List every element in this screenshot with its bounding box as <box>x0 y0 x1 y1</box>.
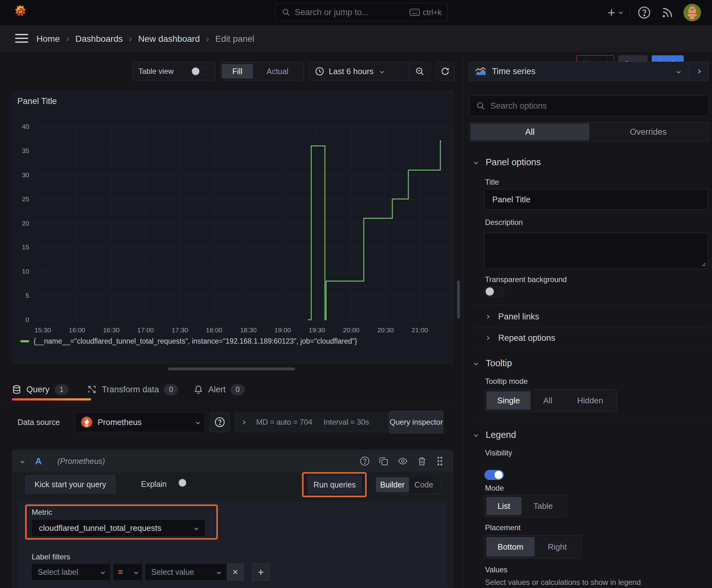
delete-query-icon[interactable] <box>417 456 427 466</box>
user-avatar[interactable] <box>684 4 701 21</box>
tooltip-single-option[interactable]: Single <box>487 391 531 410</box>
builder-option[interactable]: Builder <box>376 477 409 492</box>
tooltip-all-option[interactable]: All <box>531 391 565 410</box>
svg-text:19:30: 19:30 <box>308 327 325 334</box>
tooltip-hidden-option[interactable]: Hidden <box>565 391 615 410</box>
query-inspector-button[interactable]: Query inspector <box>389 411 443 434</box>
visualization-picker[interactable]: Time series <box>468 62 709 81</box>
resize-drag-handle[interactable] <box>168 368 295 370</box>
news-rss-icon[interactable] <box>661 6 674 19</box>
metric-value: cloudflared_tunnel_total_requests <box>39 523 161 533</box>
code-option[interactable]: Code <box>409 477 438 492</box>
svg-text:10: 10 <box>22 268 29 275</box>
legend-right-option[interactable]: Right <box>535 537 580 556</box>
legend-header[interactable]: Legend <box>475 430 516 440</box>
transform-icon <box>87 385 97 394</box>
datasource-picker[interactable]: Prometheus <box>75 412 205 432</box>
breadcrumb-dashboards[interactable]: Dashboards <box>75 34 123 44</box>
panel-title-input[interactable] <box>484 189 708 210</box>
help-icon[interactable] <box>638 6 651 19</box>
table-view-toggle[interactable] <box>191 67 209 76</box>
time-range-picker[interactable]: Last 6 hours <box>309 67 409 76</box>
drag-handle-icon[interactable] <box>436 456 444 466</box>
global-search[interactable]: ctrl+k <box>275 3 448 21</box>
legend-visibility-toggle[interactable] <box>484 470 504 480</box>
panel-links-section[interactable]: Panel links <box>486 308 539 326</box>
time-series-chart[interactable]: 051015202530354015:3016:0016:3017:0017:3… <box>12 91 453 343</box>
explain-toggle[interactable] <box>177 478 195 487</box>
legend-table-option[interactable]: Table <box>521 497 565 515</box>
breadcrumb-home[interactable]: Home <box>37 34 60 44</box>
tab-alert[interactable]: Alert 0 <box>188 384 251 395</box>
bell-icon <box>194 385 203 394</box>
expand-viz-pane-button[interactable] <box>688 62 709 81</box>
add-icon[interactable]: + <box>608 6 615 19</box>
svg-text:25: 25 <box>22 195 29 203</box>
zoom-out-icon <box>415 67 425 76</box>
grafana-logo[interactable] <box>11 4 28 21</box>
query-ref-id[interactable]: A <box>35 456 42 466</box>
query-editor-body: Metric cloudflared_tunnel_total_requests… <box>18 502 447 588</box>
repeat-options-section[interactable]: Repeat options <box>486 329 555 347</box>
run-queries-button[interactable]: Run queries <box>308 476 361 493</box>
search-shortcut: ctrl+k <box>423 8 442 17</box>
tooltip-header[interactable]: Tooltip <box>475 358 512 369</box>
options-search[interactable] <box>469 96 709 116</box>
legend-list-option[interactable]: List <box>486 497 521 515</box>
breadcrumb-separator: › <box>206 34 209 44</box>
transparent-background-toggle[interactable] <box>484 287 504 296</box>
viz-chevron-icon <box>676 69 681 74</box>
query-collapse-icon[interactable] <box>20 459 24 463</box>
select-value-dropdown[interactable]: Select value <box>145 563 227 581</box>
options-tab-all[interactable]: All <box>471 123 589 141</box>
query-row-header[interactable]: A (Prometheus) <box>12 450 453 472</box>
options-tabs: All Overrides <box>469 122 709 142</box>
svg-text:21:00: 21:00 <box>412 327 428 334</box>
datasource-help-button[interactable] <box>210 412 230 432</box>
toggle-visibility-icon[interactable] <box>397 456 408 466</box>
svg-text:35: 35 <box>22 147 29 154</box>
query-options-row[interactable]: MD = auto = 704 Interval = 30s <box>235 412 389 432</box>
tooltip-mode-toggle: Single All Hidden <box>485 390 617 412</box>
operator-chevron-icon <box>134 570 138 574</box>
add-filter-button[interactable]: + <box>252 563 270 581</box>
svg-text:18:30: 18:30 <box>240 327 257 334</box>
panel-options-header[interactable]: Panel options <box>475 157 541 167</box>
duplicate-query-icon[interactable] <box>379 456 389 466</box>
legend-series-marker <box>20 340 29 342</box>
menu-icon[interactable] <box>15 34 28 43</box>
repeat-options-chevron-icon <box>486 336 490 340</box>
transparent-background-label: Transparent background <box>485 275 567 284</box>
remove-filter-button[interactable]: × <box>227 563 244 581</box>
select-label-dropdown[interactable]: Select label <box>31 563 111 581</box>
svg-text:16:30: 16:30 <box>103 327 120 334</box>
resize-corner-icon[interactable] <box>701 261 706 267</box>
tab-transform[interactable]: Transform data 0 <box>78 384 188 395</box>
add-chevron-icon[interactable] <box>619 10 623 14</box>
options-expand-icon[interactable] <box>241 420 245 424</box>
global-search-input[interactable] <box>295 5 389 19</box>
legend-placement-toggle: Bottom Right <box>484 535 582 559</box>
query-help-icon[interactable] <box>360 456 370 466</box>
operator-dropdown[interactable]: = <box>113 563 143 581</box>
refresh-button[interactable] <box>436 62 455 80</box>
scrollbar-thumb[interactable] <box>457 280 460 319</box>
fill-option[interactable]: Fill <box>222 64 253 79</box>
tab-query[interactable]: Query 1 <box>12 384 78 395</box>
svg-text:15:30: 15:30 <box>35 327 51 334</box>
options-tab-overrides[interactable]: Overrides <box>589 123 707 141</box>
legend-item[interactable]: {__name__="cloudflared_tunnel_total_requ… <box>20 337 357 345</box>
kickstart-query-button[interactable]: Kick start your query <box>25 475 115 493</box>
tab-query-badge: 1 <box>55 384 69 395</box>
metric-select[interactable]: cloudflared_tunnel_total_requests <box>31 519 206 537</box>
select-label-chevron-icon <box>101 570 105 574</box>
legend-bottom-option[interactable]: Bottom <box>486 537 535 556</box>
zoom-out-button[interactable] <box>409 63 430 80</box>
max-data-points: MD = auto = 704 <box>256 418 312 426</box>
options-search-input[interactable] <box>490 101 702 111</box>
svg-text:0: 0 <box>25 316 29 323</box>
actual-option[interactable]: Actual <box>253 64 302 79</box>
description-textarea[interactable] <box>484 232 708 269</box>
breadcrumb-new-dashboard[interactable]: New dashboard <box>138 34 200 44</box>
legend-values-hint: Select values or calculations to show in… <box>485 578 641 587</box>
